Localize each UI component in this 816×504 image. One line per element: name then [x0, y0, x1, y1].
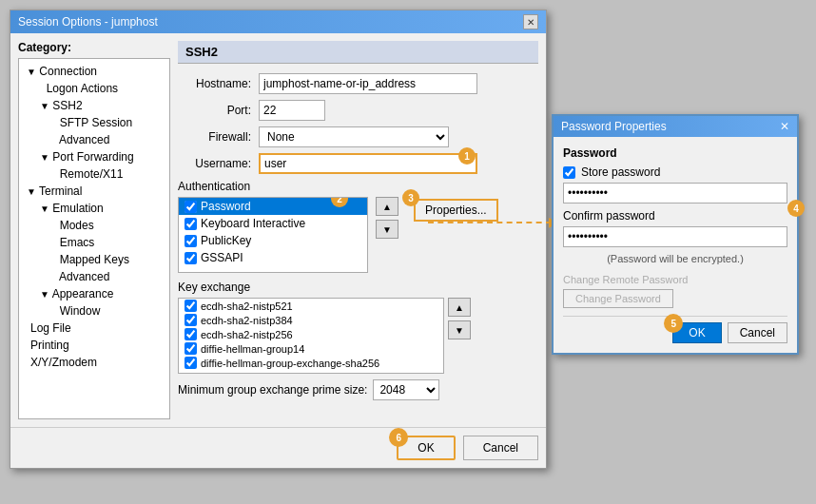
keyex-item-1[interactable]: ecdh-sha2-nistp521	[179, 299, 443, 313]
port-row: Port:	[178, 100, 538, 121]
firewall-label: Firewall:	[178, 130, 259, 144]
pwd-close-button[interactable]: ✕	[780, 120, 789, 133]
tree-item-log-file[interactable]: Log File	[23, 320, 165, 337]
tree-item-advanced-term[interactable]: Advanced	[49, 268, 165, 285]
tree-item-logon-actions[interactable]: Logon Actions	[36, 80, 165, 97]
keyex-down-button[interactable]: ▼	[448, 320, 471, 339]
port-label: Port:	[178, 104, 259, 117]
tree-group-terminal: ▼ Terminal ▼ Emulation Modes Emacs Mappe…	[23, 183, 165, 320]
tree-item-appearance[interactable]: ▼ Appearance	[36, 285, 165, 302]
main-body: Category: ▼ Connection Logon Actions ▼ S…	[10, 33, 546, 427]
keyex-check-1[interactable]	[185, 300, 197, 312]
keyex-row: ecdh-sha2-nistp521 ecdh-sha2-nistp384 ec…	[178, 298, 538, 374]
category-label: Category:	[18, 41, 170, 54]
firewall-row: Firewall: None Custom	[178, 126, 538, 147]
keyex-item-4[interactable]: diffie-hellman-group14	[179, 341, 443, 356]
pwd-body: Password Store password Confirm password…	[554, 137, 797, 353]
expand-portfwd-icon: ▼	[40, 152, 49, 163]
port-input[interactable]	[259, 100, 325, 121]
change-remote-label: Change Remote Password	[563, 274, 787, 285]
keyex-arrows: ▲ ▼	[448, 298, 471, 339]
tree-item-xyzmodem[interactable]: X/Y/Zmodem	[23, 354, 165, 371]
category-panel: Category: ▼ Connection Logon Actions ▼ S…	[18, 41, 170, 419]
properties-wrapper: Properties... 3	[406, 197, 498, 222]
auth-arrows: ▲ ▼	[376, 197, 398, 239]
username-row: Username: 1	[178, 153, 538, 174]
expand-appearance-icon: ▼	[40, 289, 49, 300]
auth-item-publickey[interactable]: PublicKey	[179, 232, 367, 249]
keyex-check-4[interactable]	[185, 342, 197, 355]
pwd-cancel-button[interactable]: Cancel	[728, 322, 787, 343]
auth-item-gssapi[interactable]: GSSAPI	[179, 249, 367, 266]
main-ok-button[interactable]: 6 OK	[397, 436, 455, 460]
tree-item-advanced-ssh[interactable]: Advanced	[49, 131, 165, 148]
auth-checkbox-publickey[interactable]	[185, 235, 197, 247]
confirm-password-input[interactable]	[563, 226, 787, 247]
keyex-item-5[interactable]: diffie-hellman-group-exchange-sha256	[179, 356, 443, 370]
main-title: Session Options - jumphost	[18, 15, 158, 29]
username-label: Username:	[178, 157, 259, 170]
change-password-button[interactable]: Change Password	[563, 289, 673, 308]
tree-children-appearance: Window	[49, 302, 165, 320]
auth-checkbox-password[interactable]	[185, 201, 197, 213]
keyex-check-3[interactable]	[185, 328, 197, 340]
tree-item-modes[interactable]: Modes	[49, 217, 165, 234]
badge-6: 6	[389, 428, 408, 447]
pwd-ok-label: OK	[689, 326, 705, 339]
tree-item-remote-x11[interactable]: Remote/X11	[49, 165, 165, 183]
password-input[interactable]	[563, 183, 787, 204]
content-panel: SSH2 Hostname: Port: Firewall: None Cust…	[178, 41, 538, 419]
expand-connection-icon: ▼	[27, 67, 36, 77]
store-password-checkbox[interactable]	[563, 166, 575, 179]
tree-item-window[interactable]: Window	[49, 302, 165, 320]
tree-item-ssh2[interactable]: ▼ SSH2	[36, 97, 165, 114]
auth-label-publickey: PublicKey	[201, 234, 251, 247]
keyex-list[interactable]: ecdh-sha2-nistp521 ecdh-sha2-nistp384 ec…	[178, 298, 444, 374]
main-close-button[interactable]: ✕	[523, 14, 538, 29]
badge-1: 1	[458, 147, 476, 165]
properties-button[interactable]: Properties...	[414, 199, 498, 222]
keyex-label-3: ecdh-sha2-nistp256	[201, 329, 293, 340]
auth-label-password: Password	[201, 200, 251, 213]
keyex-up-button[interactable]: ▲	[448, 298, 471, 317]
auth-checkbox-gssapi[interactable]	[185, 252, 197, 264]
tree-item-printing[interactable]: Printing	[23, 337, 165, 354]
hostname-row: Hostname:	[178, 73, 538, 94]
auth-item-keyboard[interactable]: Keyboard Interactive	[179, 215, 367, 232]
keyex-check-5[interactable]	[185, 357, 197, 369]
tree-group-connection: ▼ Connection Logon Actions ▼ SSH2 SFTP S…	[23, 63, 165, 183]
keyex-check-2[interactable]	[185, 314, 197, 326]
auth-list[interactable]: Password Keyboard Interactive PublicKey	[178, 197, 368, 273]
confirm-label-text: Confirm password	[563, 209, 655, 223]
tree-item-terminal[interactable]: ▼ Terminal	[23, 183, 165, 200]
category-tree[interactable]: ▼ Connection Logon Actions ▼ SSH2 SFTP S…	[18, 58, 170, 419]
tree-item-emacs[interactable]: Emacs	[49, 234, 165, 251]
badge-4: 4	[787, 200, 805, 217]
tree-children-ssh2: SFTP Session Advanced	[49, 114, 165, 148]
confirm-label: Confirm password 4	[563, 209, 787, 223]
auth-down-button[interactable]: ▼	[376, 220, 398, 239]
store-password-label: Store password	[581, 165, 660, 179]
tree-item-port-forwarding[interactable]: ▼ Port Forwarding	[36, 148, 165, 165]
pwd-titlebar: Password Properties ✕	[554, 116, 797, 137]
keyex-item-3[interactable]: ecdh-sha2-nistp256	[179, 327, 443, 341]
tree-item-emulation[interactable]: ▼ Emulation	[36, 200, 165, 217]
auth-label: Authentication	[178, 180, 538, 193]
mingroup-select[interactable]: 2048 1024	[373, 379, 439, 400]
auth-checkbox-keyboard[interactable]	[185, 218, 197, 230]
username-input[interactable]	[259, 153, 477, 174]
main-cancel-button[interactable]: Cancel	[463, 436, 538, 460]
tree-item-mapped-keys[interactable]: Mapped Keys	[49, 251, 165, 268]
tree-item-sftp[interactable]: SFTP Session	[49, 114, 165, 131]
auth-up-button[interactable]: ▲	[376, 197, 398, 216]
tree-children-emulation: Modes Emacs Mapped Keys Advanced	[49, 217, 165, 285]
firewall-select[interactable]: None Custom	[259, 126, 449, 147]
pwd-ok-button[interactable]: 5 OK	[672, 322, 721, 343]
hostname-input[interactable]	[259, 73, 477, 94]
keyex-label-5: diffie-hellman-group-exchange-sha256	[201, 358, 379, 369]
auth-label-gssapi: GSSAPI	[201, 251, 243, 264]
tree-item-connection[interactable]: ▼ Connection	[23, 63, 165, 80]
hostname-label: Hostname:	[178, 77, 259, 90]
main-footer: 6 OK Cancel	[10, 427, 546, 468]
keyex-item-2[interactable]: ecdh-sha2-nistp384	[179, 313, 443, 327]
